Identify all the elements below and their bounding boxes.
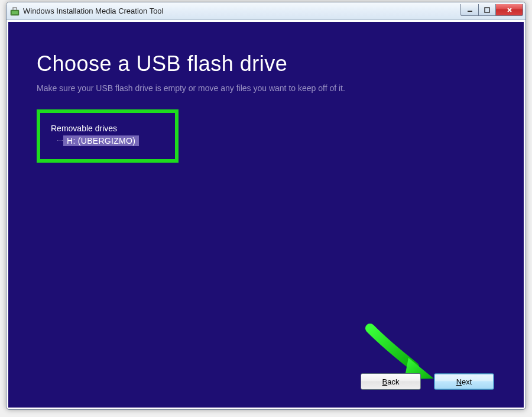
titlebar[interactable]: Windows Installation Media Creation Tool: [7, 2, 525, 20]
svg-rect-1: [12, 11, 18, 14]
page-subtitle: Make sure your USB flash drive is empty …: [37, 83, 495, 93]
minimize-button[interactable]: [460, 4, 478, 16]
back-button[interactable]: Back: [361, 373, 421, 390]
page-heading: Choose a USB flash drive: [37, 51, 495, 76]
svg-rect-2: [468, 11, 472, 12]
app-window: Windows Installation Media Creation Tool…: [6, 2, 526, 410]
window-title: Windows Installation Media Creation Tool: [23, 7, 460, 15]
back-button-label: Back: [382, 377, 400, 386]
drives-group-label: Removable drives: [48, 124, 167, 133]
drive-item[interactable]: H: (UBERGIZMO): [63, 135, 139, 146]
drives-highlight-box: Removable drives ⋯ H: (UBERGIZMO): [37, 109, 179, 163]
next-button-label: Next: [456, 377, 472, 386]
wizard-page: Choose a USB flash drive Make sure your …: [8, 22, 524, 408]
window-controls: [460, 4, 523, 16]
maximize-button[interactable]: [478, 4, 496, 16]
svg-rect-3: [485, 8, 489, 12]
app-icon: [10, 7, 20, 16]
wizard-buttons: Back Next: [361, 373, 494, 390]
drive-tree-row: ⋯ H: (UBERGIZMO): [48, 135, 167, 146]
next-button[interactable]: Next: [434, 373, 494, 390]
close-button[interactable]: [496, 4, 523, 16]
tree-connector-icon: ⋯: [57, 137, 62, 145]
